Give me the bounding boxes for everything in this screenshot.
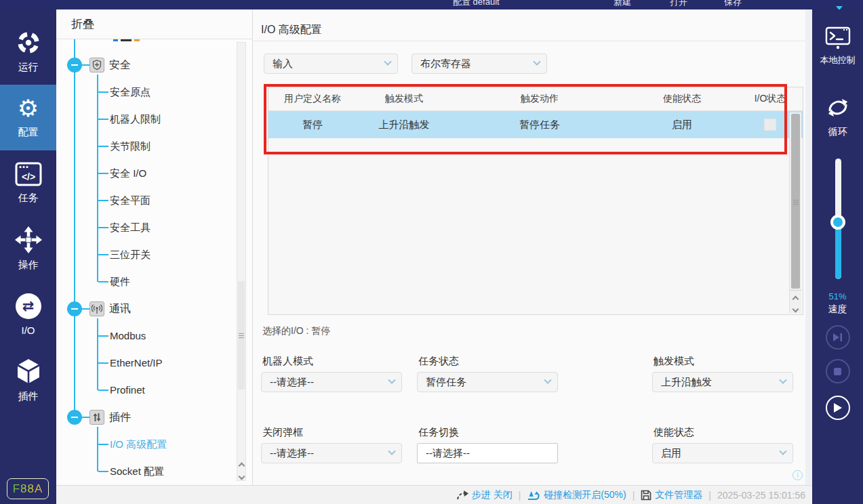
gear-icon: ⚙ xyxy=(18,96,39,121)
cell-enable-state: 启用 xyxy=(628,119,736,131)
sidebar-item-plugin[interactable]: 插件 xyxy=(0,348,56,413)
sidebar-item-label: 配置 xyxy=(18,126,39,139)
info-icon[interactable]: i xyxy=(792,470,803,480)
step-forward-button[interactable] xyxy=(826,325,850,350)
tree-connector xyxy=(98,281,108,282)
register-type-select[interactable]: 布尔寄存器 xyxy=(412,54,547,74)
trigger-mode-select[interactable]: 上升沿触发 xyxy=(652,372,793,392)
close-popup-label: 关闭弹框 xyxy=(262,426,303,438)
tree-scroll-up-button[interactable] xyxy=(237,459,245,468)
tree-item-safety-tool[interactable]: 安全工具 xyxy=(110,221,150,234)
speed-label: 速度 xyxy=(812,303,863,316)
collapse-node-button[interactable] xyxy=(67,301,82,316)
step-icon xyxy=(456,490,468,500)
page-title: I/O 高级配置 xyxy=(261,19,322,41)
clipped-tree-item xyxy=(113,39,118,41)
file-manager-button[interactable]: 文件管理器 xyxy=(641,489,702,501)
run-icon xyxy=(16,30,41,56)
collapse-button[interactable]: 折叠 xyxy=(56,9,252,39)
collision-detection-label: 碰撞检测开启(50%) xyxy=(544,489,626,501)
tree-connector xyxy=(98,227,108,228)
chevron-down-icon xyxy=(779,377,786,384)
new-button[interactable]: 新建 xyxy=(614,0,631,8)
play-button[interactable] xyxy=(826,396,850,420)
tree-item-safety-plane[interactable]: 安全平面 xyxy=(110,194,150,207)
collapse-node-button[interactable] xyxy=(67,410,82,425)
divider xyxy=(253,41,805,41)
clipped-tree-item xyxy=(134,39,140,41)
tree-node-safety[interactable]: 安全 xyxy=(109,58,131,72)
collision-detection-status[interactable]: 碰撞检测开启(50%) xyxy=(527,489,626,501)
tree-node-plugin[interactable]: 插件 xyxy=(109,410,131,425)
tree-connector xyxy=(98,390,108,391)
column-header: 触发模式 xyxy=(357,93,451,105)
tree-node-communication[interactable]: 通讯 xyxy=(109,301,131,316)
robot-mode-label: 机器人模式 xyxy=(262,355,313,367)
table-scroll-up-button[interactable] xyxy=(790,292,801,301)
terminal-icon xyxy=(824,26,851,50)
loop-button[interactable] xyxy=(812,93,863,125)
table-row-pause[interactable]: 暂停 上升沿触发 暂停任务 启用 xyxy=(268,111,803,138)
tree-item-ethernet-ip[interactable]: EtherNet/IP xyxy=(110,356,163,370)
plugin-arrows-icon xyxy=(89,410,104,425)
right-control-bar: 本地控制 循环 51% 速度 xyxy=(812,9,863,504)
tree-scrollbar-thumb[interactable] xyxy=(238,281,245,390)
close-popup-select[interactable]: --请选择-- xyxy=(261,443,402,463)
task-switch-value: --请选择-- xyxy=(426,447,550,460)
tree-scroll-down-button[interactable] xyxy=(237,469,245,479)
step-mode-status[interactable]: 步进 关闭 xyxy=(456,489,513,501)
tree-connector xyxy=(98,362,108,364)
separator: | xyxy=(633,490,635,501)
tree-item-socket-config[interactable]: Socket 配置 xyxy=(110,465,164,478)
tree-item-robot-limits[interactable]: 机器人限制 xyxy=(110,112,161,126)
tree-item-profinet[interactable]: Profinet xyxy=(110,383,145,397)
table-scroll-down-button[interactable] xyxy=(790,302,801,312)
collision-icon xyxy=(527,489,540,501)
sidebar-item-task[interactable]: </> 任务 xyxy=(0,150,56,216)
tree-connector xyxy=(97,427,98,471)
register-type-value: 布尔寄存器 xyxy=(420,58,534,70)
open-button[interactable]: 打开 xyxy=(670,0,687,8)
stop-icon xyxy=(834,368,841,375)
robot-mode-select[interactable]: --请选择-- xyxy=(261,372,402,392)
sidebar-item-label: 任务 xyxy=(18,192,39,205)
tree-item-joint-limits[interactable]: 关节限制 xyxy=(110,140,150,153)
enable-state-select[interactable]: 启用 xyxy=(652,443,793,463)
collapse-node-button[interactable] xyxy=(67,58,82,72)
tree-item-three-position-switch[interactable]: 三位开关 xyxy=(110,248,150,261)
chevron-down-icon xyxy=(779,448,786,455)
task-code-icon: </> xyxy=(15,162,42,186)
tree-connector xyxy=(98,173,108,174)
stop-button[interactable] xyxy=(826,359,850,383)
tree-item-safety-io[interactable]: 安全 I/O xyxy=(110,167,146,180)
io-state-checkbox[interactable] xyxy=(764,119,776,131)
robot-mode-value: --请选择-- xyxy=(270,376,389,389)
tree-item-io-advanced-config[interactable]: I/O 高级配置 xyxy=(110,438,167,451)
io-type-value: 输入 xyxy=(273,58,385,70)
project-name: 配置 default xyxy=(453,0,500,8)
tree-item-safety-home[interactable]: 安全原点 xyxy=(110,85,150,99)
sidebar-item-operate[interactable]: 操作 xyxy=(0,216,56,282)
sidebar-item-run[interactable]: 运行 xyxy=(0,19,56,85)
sidebar-item-config[interactable]: ⚙ 配置 xyxy=(0,85,56,150)
table-scrollbar-thumb[interactable] xyxy=(791,114,800,289)
task-switch-input[interactable]: --请选择-- xyxy=(417,443,558,463)
timestamp: 2025-03-25 15:01:56 xyxy=(717,490,805,501)
local-control-button[interactable] xyxy=(812,26,863,53)
tree-item-hardware[interactable]: 硬件 xyxy=(110,275,130,289)
io-type-select[interactable]: 输入 xyxy=(264,54,398,74)
speed-slider-thumb[interactable] xyxy=(830,215,845,230)
sidebar-item-io[interactable]: ⇄ I/O xyxy=(0,282,56,348)
tree-item-modbus[interactable]: Modbus xyxy=(110,329,146,343)
speed-percentage: 51% xyxy=(812,291,863,301)
table-scrollbar[interactable] xyxy=(789,112,801,313)
selected-io-label: 选择的I/O : 暂停 xyxy=(262,325,330,337)
chevron-down-icon xyxy=(384,58,391,66)
tree-connector xyxy=(98,335,108,337)
separator: | xyxy=(708,490,711,501)
save-button[interactable]: 保存 xyxy=(724,0,742,8)
sidebar-item-label: 运行 xyxy=(18,61,39,74)
task-state-select[interactable]: 暂停任务 xyxy=(417,372,558,392)
tree-scrollbar[interactable] xyxy=(237,42,246,481)
speed-slider[interactable] xyxy=(835,159,841,279)
